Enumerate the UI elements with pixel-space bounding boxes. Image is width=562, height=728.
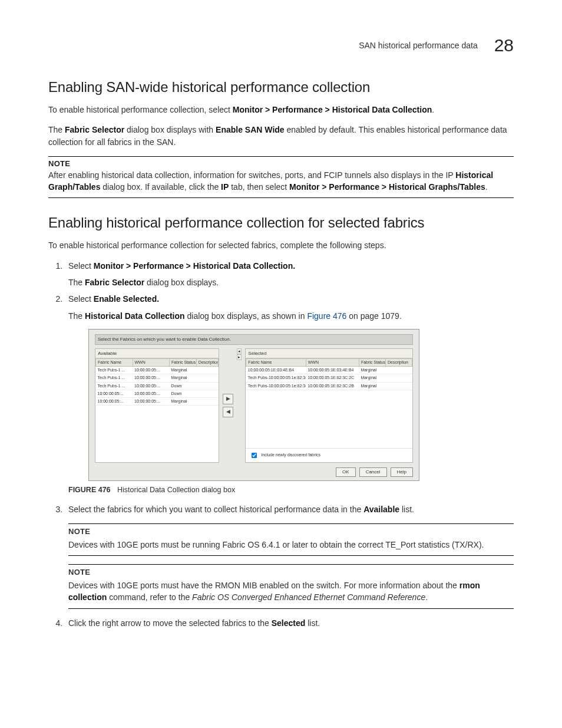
- cell: Down: [170, 382, 197, 390]
- table-row[interactable]: Tech Pubs-10:00:00:05:1e:82:3c:2c10:00:0…: [246, 374, 412, 382]
- cell: [196, 390, 219, 397]
- cell: 10:00:00:05:...: [133, 390, 170, 397]
- cell: [385, 382, 412, 390]
- dialog-columns: Available Fabric Name WWN Fabric Status …: [95, 348, 413, 463]
- term-available: Available: [363, 505, 399, 514]
- page: SAN historical performance data 28 Enabl…: [0, 0, 562, 669]
- cell: Marginal: [359, 374, 385, 382]
- cell: [385, 367, 412, 374]
- running-header-text: SAN historical performance data: [359, 41, 478, 50]
- step-1: Select Monitor > Performance > Historica…: [65, 260, 514, 289]
- cell: Marginal: [170, 397, 197, 405]
- selected-title: Selected: [246, 349, 412, 359]
- cell: Tech Pubs-1 ...: [96, 374, 133, 382]
- note-body: Devices with 10GE ports must have the RM…: [68, 579, 514, 604]
- table-row[interactable]: 10:00:00:05:...10:00:00:05:...Marginal: [96, 397, 219, 405]
- col-description[interactable]: Description: [385, 359, 412, 367]
- available-title: Available: [95, 349, 219, 359]
- figure-title: Historical Data Collection dialog box: [117, 486, 235, 494]
- col-fabric-name[interactable]: Fabric Name: [246, 359, 306, 367]
- text: dialog box displays, as shown in: [187, 311, 308, 321]
- col-fabric-status[interactable]: Fabric Status: [359, 359, 385, 367]
- panel-collapse-toggle: ◂ ▸: [237, 348, 242, 463]
- text: After enabling historical data collectio…: [48, 170, 455, 180]
- cell: 10:00:00:05:...: [96, 390, 133, 397]
- text: Click the right arrow to move the select…: [68, 618, 272, 628]
- text: To enable historical performance collect…: [48, 105, 233, 114]
- doc-title: Fabric OS Converged Enhanced Ethernet Co…: [192, 592, 425, 602]
- text: list.: [308, 618, 320, 628]
- cell: Tech Pubs-10:00:00:05:1e:82:3c:2c: [246, 374, 306, 382]
- col-fabric-status[interactable]: Fabric Status: [170, 359, 197, 367]
- term-selected: Selected: [272, 618, 306, 628]
- step-2: Select Enable Selected. The Historical D…: [65, 293, 514, 495]
- ok-button[interactable]: OK: [336, 467, 356, 477]
- col-description[interactable]: Description: [196, 359, 219, 367]
- move-right-button[interactable]: ▶: [223, 394, 233, 404]
- cell: Down: [170, 390, 197, 397]
- collapse-right-icon[interactable]: ▸: [237, 354, 242, 360]
- scroll-area[interactable]: [246, 390, 412, 448]
- scroll-area[interactable]: [95, 406, 219, 462]
- cell: 10:00:00:05:1E:03:4E:B4: [306, 367, 359, 374]
- term-fabric-selector: Fabric Selector: [85, 278, 144, 287]
- note-label: NOTE: [48, 159, 514, 168]
- term-historical-data-collection: Historical Data Collection: [85, 311, 185, 321]
- available-table[interactable]: Fabric Name WWN Fabric Status Descriptio…: [95, 358, 219, 406]
- chapter-number: 28: [494, 35, 514, 55]
- cell: Tech Pubs-1 ...: [96, 367, 133, 374]
- cell: Marginal: [170, 367, 197, 374]
- table-row[interactable]: Tech Pubs-1 ...10:00:00:05:...Marginal: [96, 374, 219, 382]
- text: Select: [68, 294, 94, 304]
- step-1-sub: The Fabric Selector dialog box displays.: [68, 276, 514, 288]
- text: The: [48, 125, 65, 134]
- note-step3b: NOTE Devices with 10GE ports must have t…: [68, 564, 514, 608]
- text: dialog box. If available, click the: [103, 182, 221, 192]
- table-row[interactable]: 10:00:00:05:1E:03:4E:B410:00:00:05:1E:03…: [246, 367, 412, 374]
- text: Devices with 10GE ports must have the RM…: [68, 581, 459, 590]
- move-left-button[interactable]: ◀: [223, 407, 233, 417]
- col-wwn[interactable]: WWN: [133, 359, 170, 367]
- collapse-left-icon[interactable]: ◂: [237, 348, 242, 354]
- cell: [196, 382, 219, 390]
- note-s1: NOTE After enabling historical data coll…: [48, 156, 514, 199]
- cell: Marginal: [359, 382, 385, 390]
- table-row[interactable]: Tech Pubs-10:00:00:05:1e:82:3c:2b10:00:0…: [246, 382, 412, 390]
- note-body: After enabling historical data collectio…: [48, 169, 514, 193]
- s2-intro: To enable historical performance collect…: [48, 239, 514, 251]
- col-wwn[interactable]: WWN: [306, 359, 359, 367]
- help-button[interactable]: Help: [391, 467, 413, 477]
- note-label: NOTE: [68, 526, 514, 538]
- cell: 10:00:00:05:...: [96, 397, 133, 405]
- cell: 10:00:00:05:1E:03:4E:B4: [246, 367, 306, 374]
- cell: Marginal: [170, 374, 197, 382]
- cell: [196, 374, 219, 382]
- selected-panel: Selected Fabric Name WWN Fabric Status D…: [245, 348, 413, 463]
- menu-path: Monitor > Performance > Historical Data …: [94, 261, 295, 271]
- s1-para2: The Fabric Selector dialog box displays …: [48, 124, 514, 148]
- table-row[interactable]: Tech Pubs-1 ...10:00:00:05:...Down: [96, 382, 219, 390]
- menu-path: Monitor > Performance > Historical Graph…: [289, 182, 485, 192]
- heading-enable-selected-fabrics: Enabling historical performance collecti…: [48, 215, 514, 231]
- table-row[interactable]: Tech Pubs-1 ...10:00:00:05:...Marginal: [96, 367, 219, 374]
- selected-table[interactable]: Fabric Name WWN Fabric Status Descriptio…: [246, 358, 412, 390]
- table-row[interactable]: 10:00:00:05:...10:00:00:05:...Down: [96, 390, 219, 397]
- step-4: Click the right arrow to move the select…: [65, 617, 514, 629]
- cell: Tech Pubs-10:00:00:05:1e:82:3c:2b: [246, 382, 306, 390]
- text: Select: [68, 261, 94, 271]
- cell: 10:00:00:05:...: [133, 374, 170, 382]
- figure-link[interactable]: Figure 476: [307, 311, 346, 321]
- steps-list: Select Monitor > Performance > Historica…: [48, 260, 514, 629]
- dialog-instruction: Select the Fabrics on which you want to …: [95, 334, 413, 345]
- text: The: [68, 311, 85, 321]
- note-body: Devices with 10GE ports must be running …: [68, 539, 514, 551]
- cancel-button[interactable]: Cancel: [359, 467, 387, 477]
- text: on page 1079.: [349, 311, 402, 321]
- include-newly-checkbox[interactable]: [252, 453, 257, 458]
- figure-label: FIGURE 476: [68, 486, 111, 494]
- cell: 10:00:00:05:1E:82:3C:2B: [306, 382, 359, 390]
- figure-caption: FIGURE 476 Historical Data Collection di…: [68, 485, 514, 495]
- term-enable-san-wide: Enable SAN Wide: [216, 125, 285, 134]
- col-fabric-name[interactable]: Fabric Name: [96, 359, 133, 367]
- cell: Marginal: [359, 367, 385, 374]
